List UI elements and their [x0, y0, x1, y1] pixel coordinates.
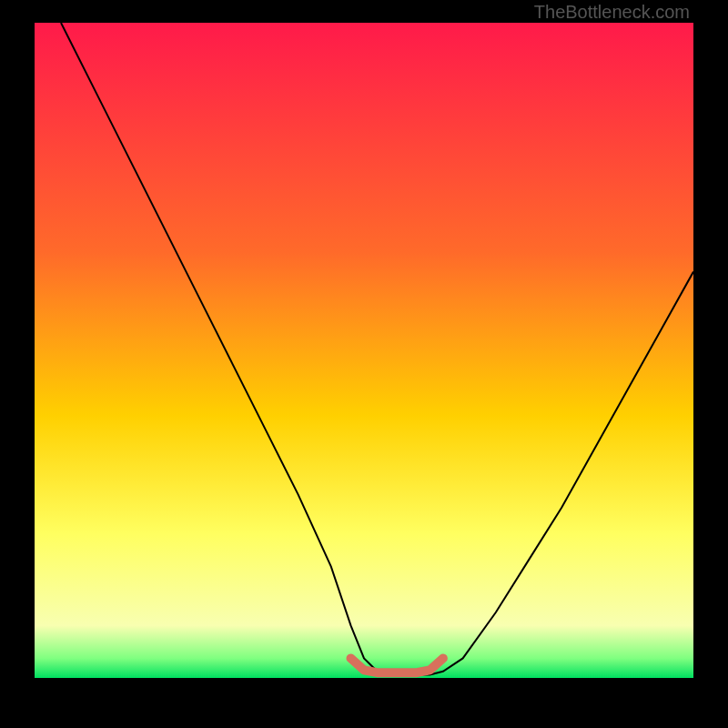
- chart-lines: [35, 23, 693, 678]
- plot-area: [35, 23, 693, 678]
- optimal-band: [351, 658, 443, 672]
- bottleneck-curve: [61, 23, 693, 674]
- watermark-label: TheBottleneck.com: [534, 2, 690, 23]
- chart-frame: [0, 0, 728, 728]
